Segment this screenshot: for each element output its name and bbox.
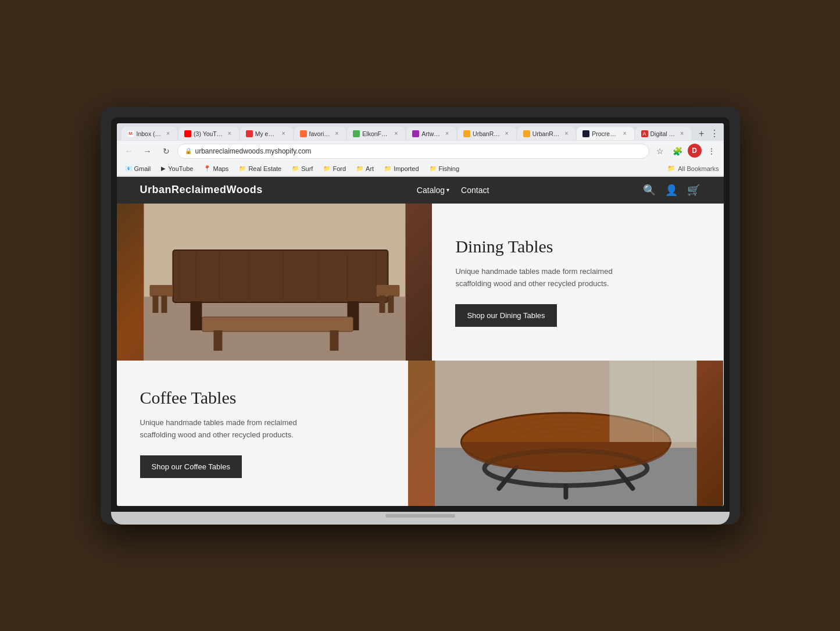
- contact-nav-item[interactable]: Contact: [461, 186, 489, 195]
- tab-urbanre2[interactable]: UrbanRe... ×: [517, 127, 576, 140]
- menu-button[interactable]: ⋮: [704, 144, 719, 159]
- tab-urbanre1[interactable]: UrbanRe... ×: [457, 127, 516, 140]
- tab-elkon[interactable]: ElkonFor... ×: [347, 127, 405, 140]
- tab-inbox-close[interactable]: ×: [165, 130, 171, 137]
- cart-icon[interactable]: 🛒: [687, 184, 700, 197]
- favicon-gmail: M: [127, 130, 134, 137]
- tab-artwork-label: Artwork: [421, 130, 441, 137]
- svg-rect-20: [213, 330, 222, 351]
- svg-rect-11: [190, 301, 202, 330]
- navigation-bar: ← → ↻ 🔒 urbanreclaimedwoods.myshopify.co…: [117, 141, 724, 162]
- catalog-nav-item[interactable]: Catalog ▾: [417, 186, 449, 195]
- favicon-ebay: [246, 130, 253, 137]
- back-button[interactable]: ←: [121, 144, 137, 159]
- bookmark-imported[interactable]: 📁 Imported: [381, 164, 422, 173]
- tab-urbanre2-label: UrbanRe...: [532, 130, 561, 137]
- search-icon[interactable]: 🔍: [643, 184, 656, 197]
- address-bar[interactable]: 🔒 urbanreclaimedwoods.myshopify.com: [177, 144, 649, 159]
- bookmark-youtube[interactable]: ▶ YouTube: [158, 164, 196, 173]
- nav-actions: ☆ 🧩 D ⋮: [653, 144, 719, 159]
- favicon-procreate: [582, 130, 589, 137]
- tab-ebay-label: My eBay: [255, 130, 278, 137]
- tab-procreate-close[interactable]: ×: [621, 130, 628, 137]
- tab-procreate[interactable]: Procreat... ×: [577, 127, 634, 140]
- tab-youtube-close[interactable]: ×: [226, 130, 233, 137]
- tab-ebay[interactable]: My eBay ×: [240, 127, 293, 140]
- bookmark-star-button[interactable]: ☆: [653, 144, 668, 159]
- bookmark-maps[interactable]: 📍 Maps: [200, 164, 232, 173]
- site-header: UrbanReclaimedWoods Catalog ▾ Contact 🔍 …: [117, 177, 724, 204]
- tab-bar: M Inbox (6... × (3) YouTu... × My eBay ×: [117, 123, 724, 141]
- tab-digital[interactable]: A Digital p... ×: [635, 127, 692, 140]
- tab-urbanre1-close[interactable]: ×: [503, 130, 510, 137]
- account-icon[interactable]: 👤: [665, 184, 678, 197]
- youtube-icon: ▶: [161, 165, 166, 172]
- dining-tables-title: Dining Tables: [455, 237, 700, 256]
- bookmark-realestate[interactable]: 📁 Real Estate: [235, 164, 285, 173]
- tab-favorites[interactable]: favorites ×: [294, 127, 346, 140]
- bookmark-folder-icon: 📁: [667, 165, 675, 172]
- tab-favorites-close[interactable]: ×: [334, 130, 341, 137]
- all-bookmarks-button[interactable]: 📁 All Bookmarks: [667, 165, 719, 172]
- bookmark-realestate-label: Real Estate: [248, 165, 281, 172]
- bookmark-surf[interactable]: 📁 Surf: [288, 164, 316, 173]
- bookmark-imported-label: Imported: [394, 165, 419, 172]
- dining-tables-description: Unique handmade tables made form reclaim…: [455, 266, 618, 290]
- tab-artwork[interactable]: Artwork ×: [406, 127, 456, 140]
- svg-rect-17: [379, 295, 385, 313]
- coffee-tables-title: Coffee Tables: [140, 388, 385, 408]
- bookmarks-bar: 📧 Gmail ▶ YouTube 📍 Maps 📁 Real Estate: [117, 162, 724, 176]
- new-tab-button[interactable]: +: [695, 127, 708, 141]
- bookmark-fishing[interactable]: 📁 Fishing: [426, 164, 463, 173]
- folder-surf-icon: 📁: [292, 165, 299, 172]
- tab-urbanre1-label: UrbanRe...: [473, 130, 501, 137]
- site-logo: UrbanReclaimedWoods: [140, 184, 263, 196]
- forward-button[interactable]: →: [140, 144, 155, 159]
- tab-urbanre2-close[interactable]: ×: [563, 130, 570, 137]
- gmail-icon: 📧: [125, 165, 132, 172]
- tab-procreate-label: Procreat...: [592, 130, 619, 137]
- screen-bezel: M Inbox (6... × (3) YouTu... × My eBay ×: [111, 117, 730, 512]
- bookmark-gmail[interactable]: 📧 Gmail: [121, 164, 155, 173]
- tab-digital-label: Digital p...: [650, 130, 677, 137]
- shop-coffee-tables-button[interactable]: Shop our Coffee Tables: [140, 455, 242, 478]
- tab-list-button[interactable]: ⋮: [710, 128, 719, 139]
- folder-fishing-icon: 📁: [430, 165, 437, 172]
- coffee-table-image: [408, 361, 724, 506]
- catalog-label: Catalog: [417, 186, 445, 195]
- shop-dining-tables-button[interactable]: Shop our Dining Tables: [455, 304, 556, 327]
- svg-rect-19: [202, 317, 353, 331]
- tab-artwork-close[interactable]: ×: [444, 130, 451, 137]
- catalog-chevron-icon: ▾: [446, 187, 449, 193]
- svg-rect-14: [152, 295, 158, 313]
- tab-digital-close[interactable]: ×: [678, 130, 685, 137]
- svg-rect-18: [388, 295, 394, 313]
- extensions-button[interactable]: 🧩: [670, 144, 685, 159]
- bookmark-art[interactable]: 📁 Art: [353, 164, 377, 173]
- favicon-urbanre1: [463, 130, 470, 137]
- bookmark-ford[interactable]: 📁 Ford: [320, 164, 349, 173]
- tab-inbox-label: Inbox (6...: [137, 130, 163, 137]
- tab-elkon-close[interactable]: ×: [393, 130, 400, 137]
- folder-ford-icon: 📁: [323, 165, 330, 172]
- coffee-tables-content: Coffee Tables Unique handmade tables mad…: [117, 361, 408, 506]
- bookmark-ford-label: Ford: [333, 165, 346, 172]
- favicon-favorites: [300, 130, 307, 137]
- folder-art-icon: 📁: [356, 165, 363, 172]
- bookmark-maps-label: Maps: [213, 165, 228, 172]
- site-header-icons: 🔍 👤 🛒: [643, 184, 700, 197]
- profile-button[interactable]: D: [688, 144, 702, 158]
- favicon-urbanre2: [523, 130, 530, 137]
- tab-ebay-close[interactable]: ×: [280, 130, 287, 137]
- favicon-elkon: [353, 130, 360, 137]
- tab-youtube[interactable]: (3) YouTu... ×: [178, 127, 239, 140]
- bookmark-fishing-label: Fishing: [439, 165, 459, 172]
- folder-imported-icon: 📁: [384, 165, 391, 172]
- folder-realestate-icon: 📁: [239, 165, 246, 172]
- svg-rect-15: [161, 295, 167, 313]
- coffee-table-svg: [408, 361, 724, 506]
- maps-icon: 📍: [203, 165, 210, 172]
- tab-inbox[interactable]: M Inbox (6... ×: [121, 127, 178, 140]
- refresh-button[interactable]: ↻: [159, 144, 174, 159]
- website-content: UrbanReclaimedWoods Catalog ▾ Contact 🔍 …: [117, 177, 724, 506]
